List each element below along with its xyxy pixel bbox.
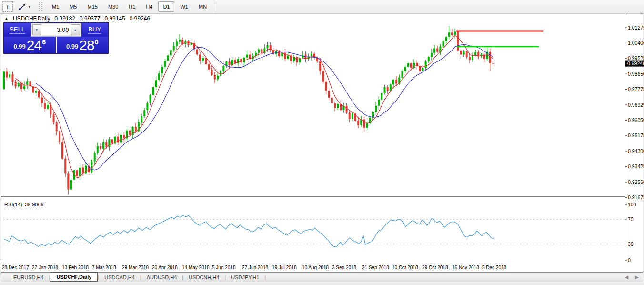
rsi-name: RSI(14) [4, 202, 22, 207]
chart-tab-usdcnh[interactable]: USDCNH,H4 [183, 274, 224, 281]
text-tool-icon: T [6, 3, 10, 10]
chart-tab-eurusd[interactable]: EURUSD,H4 [8, 274, 49, 281]
timeframe-button-h1[interactable]: H1 [124, 1, 140, 12]
chart-tab-usdcad[interactable]: USDCAD,H4 [99, 274, 140, 281]
chart-symbol-period: USDCHF,Daily [13, 15, 50, 22]
chart-title: ▲ USDCHF,Daily 0.99182 0.99377 0.99145 0… [4, 15, 150, 22]
rsi-value: 39.9069 [25, 202, 44, 207]
sell-button-label: SELL [9, 26, 25, 34]
toolbar-grip[interactable] [39, 2, 42, 11]
tab-scroll-right-icon[interactable]: ▶ [635, 275, 639, 280]
timeframe-button-mn[interactable]: MN [194, 1, 211, 12]
timeframe-button-m5[interactable]: M5 [65, 1, 81, 12]
chart-tab-usdjpy[interactable]: USDJPY,H1 [226, 274, 264, 281]
timeframe-button-m1[interactable]: M1 [47, 1, 64, 12]
status-strip [0, 283, 644, 285]
chart-tab-audusd[interactable]: AUDUSD,H4 [141, 274, 182, 281]
timeframe-button-w1[interactable]: W1 [175, 1, 193, 12]
volume-decrease-button[interactable]: ▼ [32, 24, 41, 35]
chart-tab-usdchf[interactable]: USDCHF,Daily [50, 272, 98, 282]
buy-price-point: 0 [95, 38, 99, 46]
tab-scroll-left-icon[interactable]: ◀ [625, 275, 629, 280]
top-toolbar: T ▼ M1M5M15M30H1H4D1W1MN [0, 0, 644, 14]
buy-button[interactable]: BUY [81, 23, 109, 37]
one-click-trading-panel: SELL ▼ ▲ BUY 0.99 24 6 0.99 28 0 [4, 23, 108, 53]
panel-collapse-icon[interactable]: ▲ [4, 16, 9, 21]
buy-button-label: BUY [88, 26, 101, 34]
volume-control: ▼ ▲ [31, 23, 81, 37]
buy-price-pips: 28 [79, 38, 94, 52]
buy-price-button[interactable]: 0.99 28 0 [57, 37, 109, 53]
ohlc-high: 0.99377 [80, 15, 100, 22]
sell-price-point: 6 [42, 38, 46, 46]
chevron-down-icon[interactable]: ▼ [28, 5, 31, 9]
buy-price-prefix: 0.99 [66, 43, 78, 50]
timeframe-button-h4[interactable]: H4 [141, 1, 157, 12]
ohlc-close: 0.99246 [130, 15, 150, 22]
timeframe-button-d1[interactable]: D1 [158, 1, 174, 12]
arrows-tool-button[interactable]: ▼ [17, 1, 33, 12]
sell-price-pips: 24 [27, 38, 41, 52]
timeframe-button-m15[interactable]: M15 [82, 1, 102, 12]
sell-button[interactable]: SELL [4, 23, 31, 37]
volume-input[interactable] [41, 24, 71, 35]
ohlc-low: 0.99145 [104, 15, 125, 22]
ohlc-open: 0.99182 [55, 15, 75, 22]
timeframe-button-group: M1M5M15M30H1H4D1W1MN [47, 1, 212, 12]
text-tool-button[interactable]: T [2, 1, 13, 12]
tab-separator: | [264, 275, 266, 280]
sell-price-prefix: 0.99 [14, 43, 26, 50]
sell-price-button[interactable]: 0.99 24 6 [4, 37, 56, 53]
timeframe-button-m30[interactable]: M30 [103, 1, 123, 12]
rsi-indicator-label: RSI(14) 39.9069 [4, 202, 44, 207]
volume-increase-button[interactable]: ▲ [71, 24, 80, 35]
arrows-icon [18, 3, 26, 11]
toolbar-separator [216, 1, 216, 12]
chart-tab-bar: EURUSD,H4|USDCHF,Daily|USDCAD,H4|AUDUSD,… [1, 273, 643, 282]
